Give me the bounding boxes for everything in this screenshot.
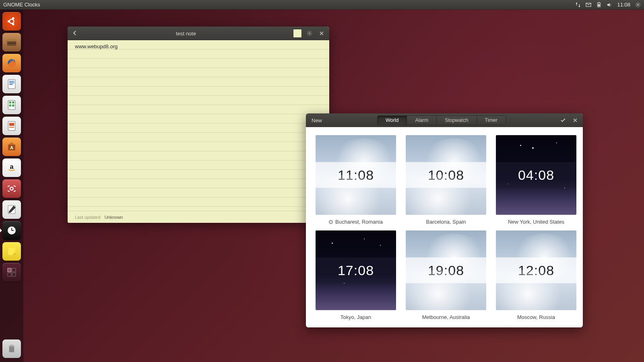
clock-label: Bucharest, Romania: [329, 219, 383, 225]
clock-time: 12:08: [496, 257, 576, 283]
clock-label: New York, United States: [508, 219, 564, 225]
gear-icon[interactable]: [635, 2, 641, 8]
volume-icon[interactable]: [607, 2, 612, 8]
svg-line-11: [636, 6, 637, 6]
dash-icon[interactable]: [2, 12, 21, 31]
svg-rect-24: [9, 84, 13, 85]
clock-time: 17:08: [316, 257, 396, 283]
firefox-icon[interactable]: [2, 54, 21, 72]
clock-card[interactable]: 12:08 Moscow, Russia: [496, 230, 576, 320]
clocks-icon[interactable]: [2, 221, 21, 240]
clock-label: Barcelona, Spain: [426, 219, 466, 225]
svg-point-36: [10, 187, 13, 190]
settings-icon[interactable]: [2, 179, 21, 198]
svg-rect-18: [7, 39, 17, 41]
svg-line-57: [311, 32, 311, 32]
close-icon[interactable]: [571, 116, 580, 125]
app-menu-title[interactable]: GNOME Clocks: [3, 2, 40, 8]
clock-label: Moscow, Russia: [517, 314, 555, 320]
gear-icon[interactable]: [305, 29, 314, 38]
clock-time: 04:08: [496, 162, 576, 188]
amazon-icon[interactable]: a: [2, 158, 21, 177]
svg-text:a: a: [10, 163, 14, 170]
tab-stopwatch[interactable]: Stopwatch: [437, 116, 477, 125]
clock-tile: 11:08: [316, 135, 396, 215]
note-footer-label: Last updated: [75, 215, 101, 220]
battery-icon[interactable]: [596, 2, 602, 8]
svg-rect-2: [599, 2, 600, 3]
svg-rect-19: [8, 43, 16, 44]
svg-line-55: [311, 35, 311, 35]
select-button[interactable]: [559, 116, 568, 125]
new-button[interactable]: New: [309, 117, 324, 123]
svg-rect-32: [9, 127, 14, 128]
home-location-icon: [329, 220, 333, 224]
sticky-icon[interactable]: [2, 242, 21, 261]
tab-alarm[interactable]: Alarm: [407, 116, 437, 125]
svg-rect-3: [598, 4, 600, 6]
note-body[interactable]: www.webupd8.org: [68, 40, 329, 211]
writer-icon[interactable]: [2, 75, 21, 93]
clock-time: 19:08: [406, 257, 486, 283]
notes-icon[interactable]: [2, 200, 21, 219]
back-button[interactable]: [71, 30, 79, 37]
workspace-icon[interactable]: [2, 263, 21, 282]
note-content: www.webupd8.org: [75, 43, 118, 49]
clock-card[interactable]: 19:08 Melbourne, Australia: [406, 230, 486, 320]
network-icon[interactable]: [575, 2, 581, 8]
note-color-swatch[interactable]: [293, 29, 302, 38]
clock-card[interactable]: 04:08 New York, United States: [496, 135, 576, 225]
svg-point-16: [10, 19, 14, 24]
clock-card[interactable]: 10:08 Barcelona, Spain: [406, 135, 486, 225]
svg-rect-31: [9, 123, 14, 126]
svg-rect-42: [8, 268, 11, 272]
world-clocks-grid: 11:08 Bucharest, Romania 10:08 Barcelona…: [306, 127, 583, 327]
svg-point-49: [309, 33, 310, 34]
svg-rect-45: [12, 273, 16, 276]
clock-label: Tokyo, Japan: [341, 314, 372, 320]
svg-line-54: [308, 32, 308, 32]
software-icon[interactable]: A: [2, 138, 21, 156]
svg-rect-23: [9, 82, 14, 83]
clock-label: Melbourne, Australia: [422, 314, 470, 320]
unity-launcher: A a: [0, 10, 23, 362]
notes-headerbar: test note: [68, 27, 329, 40]
svg-text:A: A: [10, 145, 13, 150]
clock-tile: 10:08: [406, 135, 486, 215]
menubar-clock[interactable]: 11:08: [617, 2, 630, 8]
trash-icon[interactable]: [2, 339, 21, 358]
svg-rect-22: [9, 81, 14, 82]
svg-rect-44: [8, 273, 11, 276]
clocks-tab-switcher: World Alarm Stopwatch Timer: [377, 115, 506, 125]
tab-timer[interactable]: Timer: [477, 116, 506, 125]
svg-rect-28: [9, 105, 11, 107]
svg-rect-29: [12, 105, 14, 107]
svg-rect-27: [12, 101, 14, 103]
svg-line-9: [636, 3, 637, 3]
svg-line-12: [639, 3, 640, 3]
clock-time: 10:08: [406, 162, 486, 188]
calc-icon[interactable]: [2, 96, 21, 114]
note-title: test note: [82, 31, 290, 37]
files-icon[interactable]: [2, 33, 21, 51]
clock-tile: 17:08: [316, 230, 396, 310]
svg-rect-48: [10, 345, 13, 346]
clock-card[interactable]: 17:08 Tokyo, Japan: [316, 230, 396, 320]
clock-card[interactable]: 11:08 Bucharest, Romania: [316, 135, 396, 225]
clock-time: 11:08: [316, 162, 396, 188]
note-footer: Last updated Unknown: [68, 211, 329, 223]
svg-line-56: [308, 35, 308, 35]
close-icon[interactable]: [317, 29, 326, 38]
mail-icon[interactable]: [586, 2, 591, 8]
tab-world[interactable]: World: [378, 116, 407, 125]
svg-line-10: [639, 6, 640, 6]
notes-window: test note www.webupd8.org Last updated U…: [68, 27, 329, 223]
note-footer-value: Unknown: [105, 215, 123, 220]
clock-tile: 19:08: [406, 230, 486, 310]
clocks-headerbar: New World Alarm Stopwatch Timer: [306, 113, 583, 127]
clock-tile: 12:08: [496, 230, 576, 310]
svg-rect-26: [9, 101, 11, 103]
svg-rect-46: [9, 347, 14, 352]
top-menubar: GNOME Clocks 11:08: [0, 0, 644, 10]
impress-icon[interactable]: [2, 117, 21, 135]
